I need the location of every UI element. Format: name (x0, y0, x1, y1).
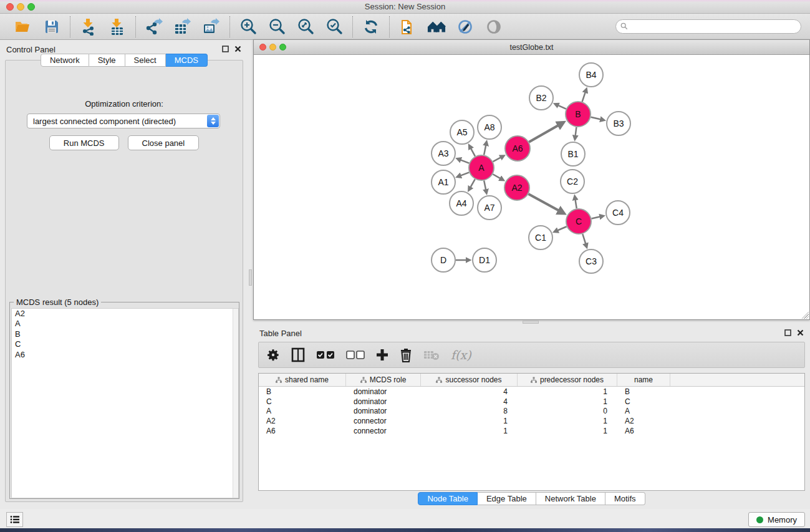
node-A2[interactable]: A2 (504, 175, 529, 200)
result-item[interactable]: C (12, 339, 238, 349)
network-window-titlebar[interactable]: testGlobe.txt (254, 40, 809, 55)
open-session-icon[interactable] (14, 17, 32, 36)
tab-motifs[interactable]: Motifs (605, 492, 645, 505)
column-header-predecessor-nodes[interactable]: predecessor nodes (518, 374, 617, 386)
result-item[interactable]: B (12, 329, 238, 339)
home-icon[interactable] (427, 17, 446, 36)
column-header-successor-nodes[interactable]: successor nodes (421, 374, 518, 386)
show-column-icon[interactable] (291, 347, 305, 362)
float-panel-icon[interactable] (784, 329, 791, 336)
zoom-selected-icon[interactable] (325, 17, 344, 36)
function-builder-icon[interactable]: f(x) (451, 348, 471, 362)
select-all-columns-icon[interactable] (316, 351, 335, 359)
mcds-result-list[interactable]: A2ABCA6 (11, 308, 239, 498)
node-B[interactable]: B (566, 102, 591, 127)
result-item[interactable]: A2 (12, 309, 238, 319)
window-resize-grip[interactable] (801, 311, 809, 319)
float-panel-icon[interactable] (222, 46, 229, 52)
tab-style[interactable]: Style (89, 54, 125, 67)
column-header-shared-name[interactable]: shared name (259, 374, 346, 386)
node-A4[interactable]: A4 (450, 191, 473, 215)
edge-B-B3[interactable] (591, 117, 600, 120)
save-session-icon[interactable] (42, 17, 61, 36)
table-options-gear-icon[interactable] (266, 348, 280, 362)
edge-B-B1[interactable] (576, 127, 577, 135)
node-A7[interactable]: A7 (478, 196, 501, 220)
table-row[interactable]: A6connector11A6 (259, 426, 804, 436)
unselect-all-columns-icon[interactable] (346, 351, 365, 359)
edge-A-A8[interactable] (484, 145, 486, 155)
node-B2[interactable]: B2 (529, 86, 553, 110)
zoom-fit-icon[interactable] (296, 17, 315, 36)
add-column-icon[interactable] (376, 349, 388, 361)
export-table-icon[interactable] (173, 17, 192, 36)
node-A5[interactable]: A5 (450, 120, 474, 144)
scrollbar[interactable] (233, 309, 238, 498)
import-network-icon[interactable] (79, 17, 98, 36)
zoom-out-icon[interactable] (268, 17, 286, 36)
column-header-name[interactable]: name (617, 374, 670, 386)
export-image-icon[interactable] (202, 17, 221, 36)
delete-column-trash-icon[interactable] (400, 348, 412, 362)
edge-A-A1[interactable] (461, 172, 469, 175)
network-canvas[interactable]: AA1A2A3A4A5A6A7A8BB1B2B3B4CC1C2C3C4DD1 (254, 55, 809, 319)
run-mcds-button[interactable]: Run MCDS (49, 135, 119, 150)
edge-C-C2[interactable] (576, 200, 577, 209)
import-table-icon[interactable] (108, 17, 127, 36)
split-divider-grip[interactable] (523, 321, 539, 324)
edge-C-C4[interactable] (591, 217, 599, 219)
table-row[interactable]: A2connector11A2 (259, 416, 804, 426)
table-row[interactable]: Adominator80A (259, 407, 804, 417)
split-divider-grip[interactable] (249, 269, 252, 286)
tab-select[interactable]: Select (125, 54, 166, 67)
close-panel-button[interactable]: Close panel (128, 135, 200, 150)
show-view-eye-icon[interactable] (485, 17, 503, 36)
node-C3[interactable]: C3 (579, 249, 603, 273)
close-panel-icon[interactable] (797, 329, 804, 336)
edge-A-A3[interactable] (461, 160, 469, 163)
node-D1[interactable]: D1 (473, 248, 496, 272)
tab-mcds[interactable]: MCDS (166, 54, 208, 67)
delete-table-icon[interactable] (423, 349, 440, 360)
tab-node-table[interactable]: Node Table (418, 492, 478, 505)
node-D[interactable]: D (432, 248, 455, 272)
new-network-from-selection-icon[interactable] (398, 17, 417, 36)
zoom-in-icon[interactable] (239, 17, 258, 36)
node-C2[interactable]: C2 (561, 170, 584, 193)
edge-C-C1[interactable] (558, 226, 567, 230)
criterion-dropdown[interactable]: largest connected component (directed) (27, 114, 220, 128)
node-B3[interactable]: B3 (607, 112, 630, 135)
node-A8[interactable]: A8 (478, 115, 501, 139)
edge-B-B4[interactable] (582, 92, 586, 102)
node-C1[interactable]: C1 (529, 226, 552, 249)
column-header-mcds-role[interactable]: MCDS role (346, 374, 421, 386)
close-panel-icon[interactable] (234, 46, 241, 52)
hide-graphics-details-icon[interactable] (456, 17, 475, 36)
edge-A-A6[interactable] (493, 158, 501, 162)
edge-A-A2[interactable] (493, 174, 500, 178)
tab-network-table[interactable]: Network Table (536, 492, 605, 505)
edge-A-A7[interactable] (484, 181, 486, 190)
edge-A2-C[interactable] (528, 194, 558, 210)
edge-A-A5[interactable] (471, 148, 475, 156)
edge-A-A4[interactable] (471, 179, 475, 187)
table-row[interactable]: Bdominator41B (259, 387, 804, 397)
edge-C-C3[interactable] (582, 234, 586, 243)
node-C[interactable]: C (566, 209, 591, 234)
node-C4[interactable]: C4 (606, 201, 630, 225)
node-A1[interactable]: A1 (432, 170, 455, 194)
edge-A6-B[interactable] (529, 125, 558, 142)
network-graph[interactable]: AA1A2A3A4A5A6A7A8BB1B2B3B4CC1C2C3C4DD1 (254, 55, 809, 319)
node-B1[interactable]: B1 (561, 142, 585, 166)
memory-button[interactable]: Memory (748, 512, 805, 527)
node-A[interactable]: A (469, 155, 494, 180)
node-B4[interactable]: B4 (579, 63, 603, 87)
node-A3[interactable]: A3 (432, 142, 455, 165)
tab-edge-table[interactable]: Edge Table (478, 492, 536, 505)
tab-network[interactable]: Network (41, 54, 89, 67)
node-table[interactable]: shared nameMCDS rolesuccessor nodesprede… (258, 373, 805, 491)
edge-B-B2[interactable] (558, 105, 566, 109)
result-item[interactable]: A (12, 319, 238, 329)
search-input[interactable] (615, 19, 801, 34)
export-network-icon[interactable] (145, 17, 163, 36)
